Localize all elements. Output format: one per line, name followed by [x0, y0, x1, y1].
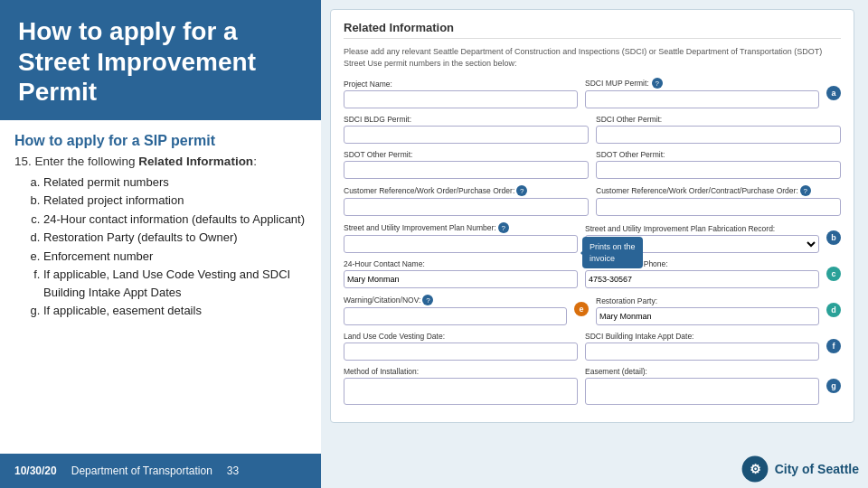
main-title: How to apply for a Street Improvement Pe… — [18, 16, 316, 108]
customer-ref-left-field: Customer Reference/Work Order/Purchase O… — [344, 185, 589, 216]
svg-text:⚙: ⚙ — [749, 462, 760, 476]
building-intake-input[interactable] — [585, 343, 819, 361]
badge-g: g — [826, 379, 841, 393]
sdot-permit-right-label: SDOT Other Permit: — [596, 150, 841, 159]
sdci-other-input[interactable] — [596, 126, 841, 144]
plan-fab-label: Street and Utility Improvement Plan Fabr… — [585, 224, 819, 233]
badge-d: d — [826, 303, 841, 317]
sdci-mup-label: SDCI MUP Permit: — [585, 79, 649, 88]
list-item: 24-Hour contact information (defaults to… — [43, 211, 320, 229]
sdot-permit-right-field: SDOT Other Permit: — [596, 150, 841, 179]
list-item: Enforcement number — [43, 248, 320, 266]
method-input[interactable] — [344, 378, 578, 405]
contact-name-input[interactable]: Mary Monman — [344, 270, 578, 288]
form-row-land-use: Land Use Code Vesting Date: SDCI Buildin… — [344, 332, 841, 361]
method-field: Method of Installation: — [344, 367, 578, 405]
list-item: If applicable, Land Use Code Vesting and… — [43, 266, 320, 301]
badge-a: a — [826, 86, 841, 100]
warning-field: Warning/Citation/NOV: ? — [344, 295, 567, 325]
land-use-field: Land Use Code Vesting Date: — [344, 332, 578, 361]
badge-e: e — [574, 302, 589, 316]
seattle-logo: ⚙ City of Seattle — [741, 455, 859, 483]
sdci-other-field: SDCI Other Permit: — [596, 115, 841, 144]
customer-ref-help-icon[interactable]: ? — [516, 185, 527, 196]
footer-department: Department of Transportation — [71, 465, 212, 477]
sdot-permit-left-field: SDOT Other Permit: — [344, 150, 589, 179]
method-label: Method of Installation: — [344, 367, 578, 376]
form-title: Related Information — [344, 21, 841, 39]
form-row-project: Project Name: SDCI MUP Permit: ? a — [344, 78, 841, 108]
sdci-mup-help-icon[interactable]: ? — [652, 78, 663, 89]
badge-f: f — [826, 339, 841, 353]
customer-ref-right-field: Customer Reference/Work Order/Contract/P… — [596, 185, 841, 216]
title-area: How to apply for a Street Improvement Pe… — [0, 0, 335, 120]
restoration-label: Restoration Party: — [596, 296, 819, 305]
badge-b: b — [826, 230, 841, 245]
sdci-bldg-input[interactable] — [344, 126, 589, 144]
content-area: How to apply for a SIP permit 15. Enter … — [0, 120, 335, 488]
sdot-permit-left-label: SDOT Other Permit: — [344, 150, 589, 159]
steps-list: Related permit numbers Related project i… — [43, 174, 320, 320]
form-description: Please add any relevant Seattle Departme… — [344, 46, 841, 69]
sdci-bldg-label: SDCI BLDG Permit: — [344, 115, 589, 124]
form-row-plan: Street and Utility Improvement Plan Numb… — [344, 222, 841, 253]
easement-field: Easement (detail): — [585, 367, 819, 405]
contact-name-field: 24-Hour Contact Name: Mary Monman — [344, 259, 578, 288]
form-card: Related Information Please add any relev… — [330, 9, 854, 423]
sdot-permit-left-input[interactable] — [344, 161, 589, 179]
list-item: Restoration Party (defaults to Owner) — [43, 229, 320, 247]
customer-ref-right-help-icon[interactable]: ? — [800, 185, 811, 196]
footer: 10/30/20 Department of Transportation 33 — [0, 454, 335, 488]
left-panel: How to apply for a Street Improvement Pe… — [0, 0, 335, 488]
form-row-warning: Warning/Citation/NOV: ? e Restoration Pa… — [344, 295, 841, 325]
sdot-permit-right-input[interactable] — [596, 161, 841, 179]
seattle-icon: ⚙ — [741, 455, 769, 483]
list-item: If applicable, easement details — [43, 302, 320, 320]
plan-number-field: Street and Utility Improvement Plan Numb… — [344, 222, 578, 253]
footer-date: 10/30/20 — [14, 465, 57, 477]
land-use-label: Land Use Code Vesting Date: — [344, 332, 578, 341]
form-row-customer-ref: Customer Reference/Work Order/Purchase O… — [344, 185, 841, 216]
footer-page-number: 33 — [227, 465, 239, 477]
land-use-input[interactable] — [344, 343, 578, 361]
warning-label: Warning/Citation/NOV: — [344, 296, 420, 305]
project-name-input[interactable] — [344, 90, 578, 108]
tooltip-bubble: Prints on the invoice — [582, 237, 643, 268]
sdci-bldg-field: SDCI BLDG Permit: — [344, 115, 589, 144]
right-panel: Related Information Please add any relev… — [321, 0, 868, 488]
form-row-sdot: SDOT Other Permit: SDOT Other Permit: — [344, 150, 841, 179]
sdci-mup-field: SDCI MUP Permit: ? — [585, 78, 819, 108]
plan-number-help-icon[interactable]: ? — [498, 222, 509, 233]
restoration-input[interactable]: Mary Monman — [596, 307, 819, 325]
form-row-method: Method of Installation: Easement (detail… — [344, 367, 841, 405]
plan-number-input[interactable] — [344, 235, 578, 253]
building-intake-field: SDCI Building Intake Appt Date: — [585, 332, 819, 361]
warning-input[interactable] — [344, 307, 567, 325]
easement-label: Easement (detail): — [585, 367, 819, 376]
customer-ref-right-label: Customer Reference/Work Order/Contract/P… — [596, 186, 798, 195]
step-intro: 15. Enter the following Related Informat… — [14, 155, 320, 168]
building-intake-label: SDCI Building Intake Appt Date: — [585, 332, 819, 341]
sdci-other-label: SDCI Other Permit: — [596, 115, 841, 124]
contact-phone-input[interactable]: 4753-30567 — [585, 270, 819, 288]
list-item: Related project information — [43, 192, 320, 210]
list-item: Related permit numbers — [43, 174, 320, 192]
customer-ref-left-input[interactable] — [344, 198, 589, 216]
warning-help-icon[interactable]: ? — [422, 295, 433, 305]
seattle-logo-text: City of Seattle — [775, 462, 859, 476]
easement-input[interactable] — [585, 378, 819, 405]
form-row-bldg: SDCI BLDG Permit: SDCI Other Permit: — [344, 115, 841, 144]
plan-number-label: Street and Utility Improvement Plan Numb… — [344, 223, 496, 232]
restoration-field: Restoration Party: Mary Monman — [596, 296, 819, 325]
contact-name-label: 24-Hour Contact Name: — [344, 259, 578, 268]
customer-ref-left-label: Customer Reference/Work Order/Purchase O… — [344, 186, 514, 195]
sdci-mup-input[interactable] — [585, 90, 819, 108]
project-name-field: Project Name: — [344, 80, 578, 108]
badge-c: c — [826, 267, 841, 281]
project-name-label: Project Name: — [344, 80, 578, 89]
customer-ref-right-input[interactable] — [596, 198, 841, 216]
section-subtitle: How to apply for a SIP permit — [14, 133, 320, 149]
